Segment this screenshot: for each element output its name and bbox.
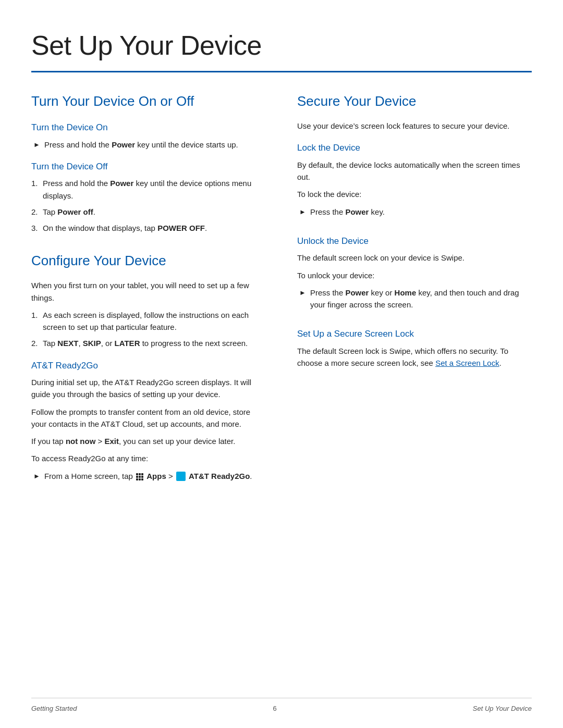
subheading-unlock-device: Unlock the Device — [297, 235, 532, 248]
att-para-3: If you tap not now > Exit, you can set u… — [31, 435, 266, 447]
list-num: 3. — [31, 222, 43, 234]
footer-page-number: 6 — [273, 704, 277, 714]
title-divider — [31, 71, 532, 72]
bullet-att-ready2go: ► From a Home screen, tap — [31, 470, 266, 482]
section-configure-heading: Configure Your Device — [31, 251, 266, 271]
page: Set Up Your Device Turn Your Device On o… — [0, 0, 563, 728]
arrow-icon: ► — [299, 207, 306, 217]
grid-dot — [139, 476, 141, 478]
att-para-1: During initial set up, the AT&T Ready2Go… — [31, 376, 266, 401]
att-para-4: To access Ready2Go at any time: — [31, 452, 266, 464]
list-item: 2. Tap Power off. — [31, 206, 266, 218]
list-item: 1. Press and hold the Power key until th… — [31, 177, 266, 202]
lock-para-2: To lock the device: — [297, 188, 532, 200]
unlock-para-1: The default screen lock on your device i… — [297, 252, 532, 264]
att-bullet-text: From a Home screen, tap App — [44, 470, 252, 482]
list-num: 1. — [31, 309, 43, 321]
section-turn-on-off-heading: Turn Your Device On or Off — [31, 91, 266, 112]
list-text: As each screen is displayed, follow the … — [43, 309, 266, 334]
lock-para-1: By default, the device locks automatical… — [297, 159, 532, 183]
arrow-icon: ► — [299, 288, 306, 298]
footer-left: Getting Started — [31, 704, 77, 714]
list-num: 1. — [31, 177, 43, 189]
list-text: Tap Power off. — [43, 206, 95, 218]
configure-section: Configure Your Device When you first tur… — [31, 251, 266, 482]
grid-dot — [136, 473, 138, 475]
grid-dot — [136, 478, 138, 480]
unlock-para-2: To unlock your device: — [297, 269, 532, 281]
secure-screen-para: The default Screen lock is Swipe, which … — [297, 345, 532, 369]
grid-dot — [141, 473, 143, 475]
subheading-att-ready2go: AT&T Ready2Go — [31, 359, 266, 373]
list-item: 2. Tap NEXT, SKIP, or LATER to progress … — [31, 337, 266, 349]
arrow-icon: ► — [33, 471, 40, 482]
list-text: Press and hold the Power key until the d… — [43, 177, 266, 202]
list-item: 3. On the window that displays, tap POWE… — [31, 222, 266, 234]
secure-intro: Use your device’s screen lock features t… — [297, 120, 532, 132]
grid-dot — [141, 478, 143, 480]
page-footer: Getting Started 6 Set Up Your Device — [31, 698, 532, 714]
list-text: On the window that displays, tap POWER O… — [43, 222, 207, 234]
grid-dot — [139, 473, 141, 475]
secure-screen-lock-section: Set Up a Secure Screen Lock The default … — [297, 327, 532, 369]
list-num: 2. — [31, 206, 43, 218]
configure-list: 1. As each screen is displayed, follow t… — [31, 309, 266, 350]
bullet-unlock-device: ► Press the Power key or Home key, and t… — [297, 287, 532, 311]
right-column: Secure Your Device Use your device’s scr… — [297, 91, 532, 486]
grid-dot — [139, 478, 141, 480]
left-column: Turn Your Device On or Off Turn the Devi… — [31, 91, 266, 486]
turn-off-list: 1. Press and hold the Power key until th… — [31, 177, 266, 234]
att-para-2: Follow the prompts to transfer content f… — [31, 406, 266, 430]
arrow-icon: ► — [33, 140, 40, 150]
subheading-lock-device: Lock the Device — [297, 141, 532, 155]
set-screen-lock-link[interactable]: Set a Screen Lock — [435, 359, 499, 367]
section-secure-heading: Secure Your Device — [297, 91, 532, 112]
unlock-section: Unlock the Device The default screen loc… — [297, 235, 532, 311]
list-num: 2. — [31, 337, 43, 349]
list-item: 1. As each screen is displayed, follow t… — [31, 309, 266, 334]
page-title: Set Up Your Device — [31, 25, 532, 66]
unlock-bullet-text: Press the Power key or Home key, and the… — [310, 287, 532, 311]
lock-bullet-text: Press the Power key. — [310, 206, 385, 218]
configure-intro: When you first turn on your tablet, you … — [31, 279, 266, 304]
list-text: Tap NEXT, SKIP, or LATER to progress to … — [43, 337, 248, 349]
subheading-turn-on: Turn the Device On — [31, 121, 266, 134]
bullet-turn-on: ► Press and hold the Power key until the… — [31, 139, 266, 151]
grid-dot — [136, 476, 138, 478]
att-logo-icon — [176, 472, 186, 481]
main-content: Turn Your Device On or Off Turn the Devi… — [31, 91, 532, 486]
footer-right: Set Up Your Device — [473, 704, 532, 714]
subheading-secure-screen-lock: Set Up a Secure Screen Lock — [297, 327, 532, 341]
subheading-turn-off: Turn the Device Off — [31, 160, 266, 174]
turn-on-text: Press and hold the Power key until the d… — [44, 139, 238, 151]
apps-grid-icon — [136, 473, 143, 480]
grid-dot — [141, 476, 143, 478]
bullet-lock-device: ► Press the Power key. — [297, 206, 532, 218]
